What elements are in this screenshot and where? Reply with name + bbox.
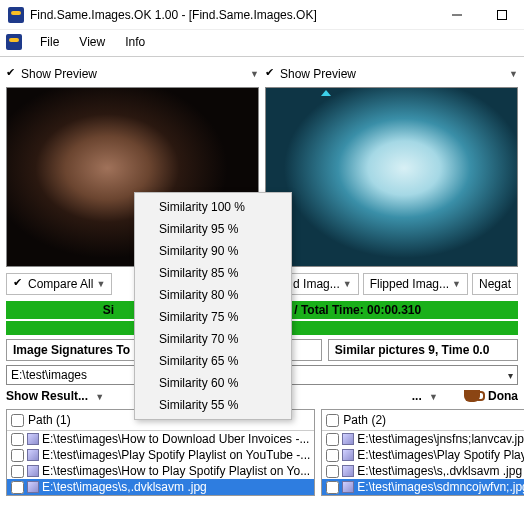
path-combo-right[interactable] <box>265 365 518 385</box>
item-checkbox[interactable] <box>326 449 339 462</box>
list-item-selected[interactable]: E:\test\images\sdmncojwfvn;.jpg <box>322 479 524 495</box>
menu-info[interactable]: Info <box>115 32 155 52</box>
item-label: E:\test\images\sdmncojwfvn;.jpg <box>357 480 524 494</box>
negat-button[interactable]: Negat <box>472 273 518 295</box>
negat-label: Negat <box>479 277 511 291</box>
list-item[interactable]: E:\test\images\How to Download Uber Invo… <box>7 431 314 447</box>
app-icon <box>8 7 24 23</box>
item-checkbox[interactable] <box>326 481 339 494</box>
list-item[interactable]: E:\test\images\Play Spotify Playlist on … <box>322 447 524 463</box>
show-preview-right-label: Show Preview <box>280 67 356 81</box>
item-label: E:\test\images\s,.dvklsavm .jpg <box>42 480 207 494</box>
file-lists: Path (1) E:\test\images\How to Download … <box>0 409 524 496</box>
compare-all-button[interactable]: Compare All ▼ <box>6 273 112 295</box>
show-result-button[interactable]: Show Result... ▼ <box>6 389 104 403</box>
show-result-label: Show Result... <box>6 389 88 403</box>
similarity-option[interactable]: Similarity 65 % <box>137 350 289 372</box>
stat-center: 884 / Total Time: 00:00.310 <box>271 303 421 317</box>
item-checkbox[interactable] <box>326 433 339 446</box>
similarity-option[interactable]: Similarity 60 % <box>137 372 289 394</box>
list-left: Path (1) E:\test\images\How to Download … <box>6 409 315 496</box>
check-icon <box>6 68 18 80</box>
divider <box>0 56 524 59</box>
chevron-down-icon: ▼ <box>429 392 438 402</box>
list-item[interactable]: E:\test\images\s,.dvklsavm .jpg <box>322 463 524 479</box>
file-icon <box>27 481 39 493</box>
compare-all-label: Compare All <box>28 277 93 291</box>
titlebar: Find.Same.Images.OK 1.00 - [Find.Same.Im… <box>0 0 524 30</box>
coffee-icon <box>464 390 480 402</box>
flipped-label: Flipped Imag... <box>370 277 449 291</box>
donate-button[interactable]: Dona <box>488 389 518 403</box>
similarity-option[interactable]: Similarity 70 % <box>137 328 289 350</box>
list-right-header[interactable]: Path (2) <box>322 410 524 431</box>
list-item-selected[interactable]: E:\test\images\s,.dvklsavm .jpg <box>7 479 314 495</box>
minimize-button[interactable] <box>434 0 479 30</box>
file-icon <box>27 449 39 461</box>
similarity-option[interactable]: Similarity 75 % <box>137 306 289 328</box>
menubar: File View Info <box>0 30 524 54</box>
menu-view[interactable]: View <box>69 32 115 52</box>
menu-file[interactable]: File <box>30 32 69 52</box>
d-imag-button[interactable]: d Imag... ▼ <box>286 273 359 295</box>
list-right-header-checkbox[interactable] <box>326 414 339 427</box>
show-preview-left-label: Show Preview <box>21 67 97 81</box>
preview-image-right[interactable] <box>265 87 518 267</box>
chevron-down-icon: ▼ <box>96 279 105 289</box>
right-pane: Show Preview ▼ <box>265 65 518 267</box>
dots-button[interactable]: ... ▼ <box>412 389 438 403</box>
file-icon <box>342 433 354 445</box>
list-right-header-label: Path (2) <box>343 413 386 427</box>
similarity-option[interactable]: Similarity 100 % <box>137 196 289 218</box>
show-preview-right-toggle[interactable]: Show Preview ▼ <box>265 65 518 83</box>
list-item[interactable]: E:\test\images\Play Spotify Playlist on … <box>7 447 314 463</box>
item-label: E:\test\images\Play Spotify Playlist on … <box>42 448 310 462</box>
item-checkbox[interactable] <box>11 433 24 446</box>
file-icon <box>27 433 39 445</box>
list-left-body: E:\test\images\How to Download Uber Invo… <box>7 431 314 495</box>
item-label: E:\test\images\s,.dvklsavm .jpg <box>357 464 522 478</box>
item-checkbox[interactable] <box>11 481 24 494</box>
list-left-header-checkbox[interactable] <box>11 414 24 427</box>
list-item[interactable]: E:\test\images\How to Play Spotify Playl… <box>7 463 314 479</box>
chevron-down-icon: ▼ <box>95 392 104 402</box>
list-left-header-label: Path (1) <box>28 413 71 427</box>
item-label: E:\test\images\Play Spotify Playlist on … <box>357 448 524 462</box>
item-label: E:\test\images\jnsfns;lanvcav.jpg <box>357 432 524 446</box>
d-imag-label: d Imag... <box>293 277 340 291</box>
similarity-option[interactable]: Similarity 80 % <box>137 284 289 306</box>
item-checkbox[interactable] <box>11 449 24 462</box>
similarity-option[interactable]: Similarity 90 % <box>137 240 289 262</box>
chevron-down-icon: ▼ <box>509 69 518 79</box>
item-checkbox[interactable] <box>326 465 339 478</box>
item-label: E:\test\images\How to Play Spotify Playl… <box>42 464 310 478</box>
similarity-popup[interactable]: Similarity 100 % Similarity 95 % Similar… <box>134 192 292 420</box>
svg-rect-1 <box>497 10 506 19</box>
chevron-down-icon: ▼ <box>343 279 352 289</box>
file-icon <box>27 465 39 477</box>
window-title: Find.Same.Images.OK 1.00 - [Find.Same.Im… <box>30 8 434 22</box>
file-icon <box>342 449 354 461</box>
similarity-option[interactable]: Similarity 55 % <box>137 394 289 416</box>
list-right: Path (2) E:\test\images\jnsfns;lanvcav.j… <box>321 409 524 496</box>
chevron-down-icon: ▼ <box>250 69 259 79</box>
item-label: E:\test\images\How to Download Uber Invo… <box>42 432 309 446</box>
item-checkbox[interactable] <box>11 465 24 478</box>
minimize-icon <box>452 10 462 20</box>
info-right: Similar pictures 9, Time 0.0 <box>328 339 518 361</box>
similarity-option[interactable]: Similarity 95 % <box>137 218 289 240</box>
chevron-down-icon: ▼ <box>452 279 461 289</box>
file-icon <box>342 465 354 477</box>
check-icon <box>13 278 25 290</box>
progress-right <box>265 321 518 335</box>
maximize-icon <box>497 10 507 20</box>
maximize-button[interactable] <box>479 0 524 30</box>
flipped-button[interactable]: Flipped Imag... ▼ <box>363 273 468 295</box>
list-right-body: E:\test\images\jnsfns;lanvcav.jpg E:\tes… <box>322 431 524 495</box>
check-icon <box>265 68 277 80</box>
show-preview-left-toggle[interactable]: Show Preview ▼ <box>6 65 259 83</box>
list-item[interactable]: E:\test\images\jnsfns;lanvcav.jpg <box>322 431 524 447</box>
stat-left: Si <box>103 303 114 317</box>
similarity-option[interactable]: Similarity 85 % <box>137 262 289 284</box>
app-icon-small <box>6 34 22 50</box>
